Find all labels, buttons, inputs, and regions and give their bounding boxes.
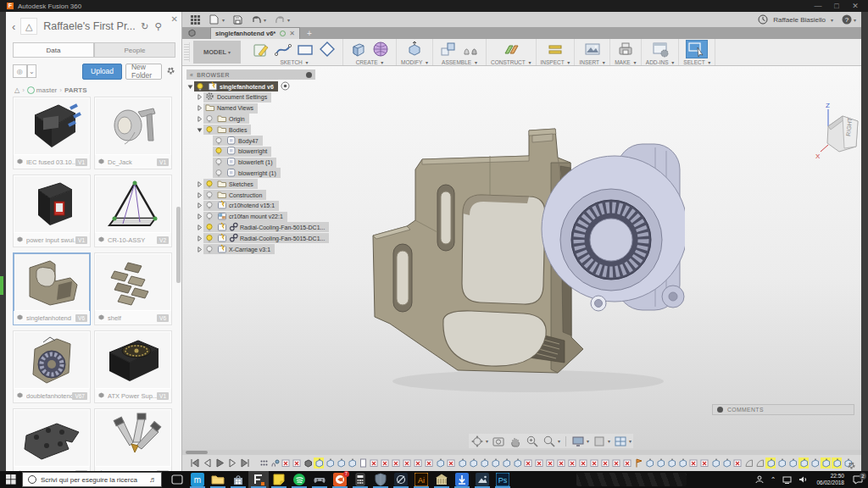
breadcrumb-folder[interactable]: PARTS bbox=[64, 86, 87, 94]
job-status-clock-icon[interactable] bbox=[758, 14, 768, 25]
workspace-selector[interactable]: MODEL ▾ bbox=[193, 41, 241, 64]
taskbar-app-file-explorer[interactable] bbox=[208, 471, 228, 488]
part-card-cr-10-assy[interactable]: CR-10-ASSYV2 bbox=[94, 175, 172, 247]
timeline-op-ex[interactable] bbox=[512, 458, 522, 469]
viewports-icon[interactable]: ▾ bbox=[614, 435, 632, 448]
browser-collapse-icon[interactable]: « bbox=[190, 72, 193, 78]
ribbon-group-label[interactable]: MODIFY ▾ bbox=[401, 59, 428, 65]
timeline-op-sk[interactable] bbox=[413, 458, 423, 469]
timeline-op-sk[interactable] bbox=[402, 458, 412, 469]
browser-item-body47[interactable]: Body47 bbox=[205, 136, 263, 146]
hidden-icons-chevron[interactable]: ⌃ bbox=[771, 476, 776, 484]
timeline-op-sk[interactable] bbox=[699, 458, 709, 469]
timeline-op-sk[interactable] bbox=[292, 458, 302, 469]
taskbar-app-promo-app[interactable]: 7 bbox=[330, 471, 350, 488]
visibility-bulb-icon[interactable] bbox=[205, 125, 214, 135]
browser-item-blowerright-1-[interactable]: blowerright (1) bbox=[205, 168, 281, 178]
project-logo-icon[interactable]: △ bbox=[20, 18, 37, 35]
timeline-op-sk[interactable] bbox=[523, 458, 533, 469]
timeline-op-ex[interactable] bbox=[490, 458, 500, 469]
image-icon[interactable] bbox=[582, 41, 603, 58]
view-toggle-button[interactable]: ◎ bbox=[13, 64, 27, 78]
part-card-dc-jack[interactable]: Dc_JackV1 bbox=[94, 97, 172, 169]
ribbon-group-label[interactable]: INSERT ▾ bbox=[579, 59, 604, 65]
step-back-icon[interactable] bbox=[203, 458, 212, 468]
taskbar-app-fusion-360[interactable] bbox=[248, 471, 269, 488]
taskbar-app-task-view[interactable] bbox=[167, 471, 187, 488]
ribbon-group-label[interactable]: ADD-INS ▾ bbox=[646, 59, 675, 65]
expand-arrow-icon[interactable] bbox=[196, 92, 203, 102]
browser-item-construction[interactable]: Construction bbox=[196, 190, 266, 200]
rect-icon[interactable] bbox=[295, 41, 315, 58]
visibility-bulb-icon[interactable] bbox=[205, 212, 214, 221]
zoom-icon[interactable] bbox=[526, 435, 539, 448]
timeline-op-sk[interactable] bbox=[688, 458, 698, 469]
expand-arrow-icon[interactable] bbox=[205, 147, 213, 156]
taskbar-app-illustrator[interactable]: Ai bbox=[411, 471, 431, 488]
user-name[interactable]: Raffaele Biasiello bbox=[773, 16, 826, 24]
timeline-op-sk[interactable] bbox=[622, 458, 632, 469]
zoom-window-icon[interactable]: ▾ bbox=[542, 435, 560, 448]
expand-arrow-icon[interactable] bbox=[196, 201, 203, 210]
part-card-doublefanhotend[interactable]: doublefanhotendV67 bbox=[13, 330, 91, 403]
expand-arrow-icon[interactable] bbox=[196, 180, 203, 189]
new-folder-button[interactable]: New Folder bbox=[125, 64, 162, 80]
expand-arrow-icon[interactable] bbox=[196, 234, 203, 243]
timeline-op-ex[interactable] bbox=[710, 458, 721, 469]
display-settings-icon[interactable]: ▾ bbox=[571, 435, 589, 448]
play-icon[interactable] bbox=[215, 458, 225, 468]
browser-item-origin[interactable]: Origin bbox=[196, 114, 249, 124]
taskbar-app-microsoft-store[interactable] bbox=[228, 471, 248, 488]
timeline-op-ex[interactable] bbox=[765, 458, 776, 469]
timeline-op-ex[interactable] bbox=[457, 458, 467, 469]
timeline-op-sk[interactable] bbox=[424, 458, 434, 469]
pan-icon[interactable] bbox=[509, 435, 522, 448]
taskbar-app-photoshop[interactable]: Ps bbox=[492, 471, 513, 488]
timeline-op-sk[interactable] bbox=[545, 458, 555, 469]
ribbon-group-label[interactable]: CREATE ▾ bbox=[356, 59, 384, 65]
ribbon-group-label[interactable]: SELECT ▾ bbox=[683, 59, 710, 65]
timeline-op-ex[interactable] bbox=[347, 458, 357, 469]
document-tab[interactable]: singlefanhotend v6* ✕ bbox=[210, 27, 300, 40]
skip-end-icon[interactable] bbox=[241, 458, 250, 468]
tray-clock[interactable]: 22:50 06/02/2018 bbox=[816, 473, 844, 486]
visibility-bulb-icon[interactable] bbox=[205, 223, 214, 232]
new-tab-button[interactable]: + bbox=[307, 29, 312, 38]
expand-arrow-icon[interactable] bbox=[205, 158, 213, 167]
comments-bar[interactable]: COMMENTS bbox=[712, 404, 854, 415]
taskbar-app-security-shield[interactable] bbox=[370, 471, 391, 488]
minimize-button[interactable]: — bbox=[809, 0, 827, 12]
visibility-bulb-icon[interactable] bbox=[214, 169, 223, 178]
browser-item-sketches[interactable]: Sketches bbox=[196, 179, 258, 189]
skip-start-icon[interactable] bbox=[190, 458, 199, 468]
taskbar-search-input[interactable]: Scrivi qui per eseguire la ricerca ♬ bbox=[22, 472, 162, 487]
visibility-bulb-icon[interactable] bbox=[205, 114, 214, 124]
browser-item-document-settings[interactable]: Document Settings bbox=[196, 92, 271, 103]
addins-icon[interactable] bbox=[650, 41, 670, 58]
timeline-op-sk[interactable] bbox=[556, 458, 566, 469]
spline-icon[interactable] bbox=[273, 41, 293, 58]
look-at-icon[interactable] bbox=[492, 435, 505, 448]
polygon-icon[interactable] bbox=[317, 41, 337, 58]
joint-icon[interactable] bbox=[460, 41, 481, 58]
network-icon[interactable] bbox=[782, 475, 792, 484]
taskbar-app-calculator[interactable] bbox=[350, 471, 370, 488]
tab-data[interactable]: Data bbox=[13, 42, 94, 58]
timeline-op-ex[interactable] bbox=[810, 458, 820, 469]
timeline-op-ex[interactable] bbox=[336, 458, 346, 469]
timeline-op-ex[interactable] bbox=[314, 458, 324, 469]
file-menu-icon[interactable]: ▾ bbox=[209, 14, 225, 25]
plane-icon[interactable] bbox=[501, 41, 521, 58]
timeline-op-sk[interactable] bbox=[281, 458, 291, 469]
taskbar-app-sticky-notes[interactable] bbox=[269, 471, 289, 488]
timeline-op-ex[interactable] bbox=[435, 458, 445, 469]
taskbar-app-bank-app[interactable] bbox=[431, 471, 452, 488]
part-card-atx-power-sup-[interactable]: ATX Power Sup...V1 bbox=[94, 330, 172, 403]
save-icon[interactable] bbox=[233, 15, 242, 25]
back-icon[interactable]: ‹ bbox=[12, 20, 15, 33]
ribbon-group-label[interactable]: SKETCH ▾ bbox=[280, 59, 308, 65]
browser-item-singlefanhotend-v6[interactable]: singlefanhotend v6 bbox=[186, 81, 290, 92]
timeline-op-ex[interactable] bbox=[787, 458, 798, 469]
expand-arrow-icon[interactable] bbox=[196, 103, 203, 113]
view-dropdown-button[interactable]: ⌄ bbox=[27, 64, 36, 78]
